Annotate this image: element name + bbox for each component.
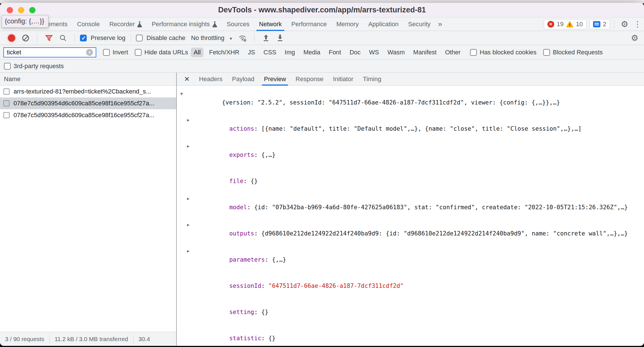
filter-type-wasm[interactable]: Wasm	[385, 48, 408, 57]
filter-type-ws[interactable]: WS	[366, 48, 382, 57]
request-row[interactable]: 078e7c5d903954d6c609ca85ce98f16ce955cf27…	[0, 109, 176, 121]
close-window-button[interactable]	[7, 7, 13, 13]
expander-icon[interactable]: ▶	[185, 247, 191, 255]
expander-icon[interactable]: ▶	[185, 116, 191, 124]
request-row-selected[interactable]: 078e7c5d903954d6c609ca85ce98f16ce955cf27…	[0, 97, 176, 109]
hide-data-urls-checkbox[interactable]	[135, 49, 142, 56]
tree-line-statistic[interactable]: statistic: {}	[177, 325, 644, 346]
filter-type-doc[interactable]: Doc	[347, 48, 363, 57]
tab-security[interactable]: Security	[403, 17, 435, 31]
request-name: 078e7c5d903954d6c609ca85ce98f16ce955cf27…	[14, 100, 154, 107]
zoom-window-button[interactable]	[29, 7, 35, 13]
request-name: 078e7c5d903954d6c609ca85ce98f16ce955cf27…	[14, 112, 154, 119]
tree-line-setting[interactable]: setting: {}	[177, 299, 644, 325]
name-column-header[interactable]: Name	[0, 73, 176, 86]
detail-tab-timing[interactable]: Timing	[358, 73, 386, 86]
tab-network[interactable]: Network	[254, 17, 287, 31]
disable-cache-label: Disable cache	[147, 34, 185, 42]
tree-line-parameters[interactable]: ▶parameters: {,…}	[177, 247, 644, 273]
clear-network-log-button[interactable]	[19, 35, 32, 41]
filter-text-input[interactable]: ticket	[3, 47, 96, 57]
close-detail-button[interactable]: ✕	[180, 75, 194, 83]
expander-icon[interactable]: ▶	[185, 142, 191, 151]
network-toolbar: Preserve log Disable cache No throttling	[0, 31, 644, 45]
divider	[614, 20, 614, 28]
window-title: DevTools - www.shapediver.com/app/m/arrs…	[218, 6, 426, 14]
issues-badge[interactable]: 2	[589, 19, 610, 29]
tab-application[interactable]: Application	[363, 17, 403, 31]
console-errors-warnings-badge[interactable]: 19 10	[544, 19, 587, 29]
detail-tab-response[interactable]: Response	[291, 73, 328, 86]
search-button[interactable]	[57, 34, 70, 42]
network-main-area: Name arrs-texturized-81?embed=ticket%2Cb…	[0, 73, 644, 346]
experimental-flask-icon	[137, 21, 142, 27]
tab-performance-insights[interactable]: Performance insights	[147, 17, 222, 31]
download-arrow-icon	[276, 34, 284, 42]
settings-gear-button[interactable]	[618, 19, 631, 30]
expander-icon[interactable]: ▶	[185, 221, 191, 229]
tab-console[interactable]: Console	[72, 17, 105, 31]
tab-memory[interactable]: Memory	[332, 17, 363, 31]
export-har-button[interactable]	[274, 34, 287, 42]
detail-tab-preview[interactable]: Preview	[259, 73, 291, 86]
blocked-requests-checkbox[interactable]	[543, 49, 550, 56]
preserve-log-checkbox[interactable]	[80, 35, 87, 41]
hide-data-urls-label: Hide data URLs	[144, 49, 188, 56]
network-filter-row: ticket Invert Hide data URLs All Fetch/X…	[0, 45, 644, 60]
warning-icon	[566, 21, 573, 27]
expander-icon[interactable]: ▼	[178, 90, 185, 98]
funnel-filter-icon	[45, 34, 53, 42]
filter-type-js[interactable]: JS	[245, 48, 258, 57]
tree-line-file[interactable]: file: {}	[177, 168, 644, 194]
network-conditions-button[interactable]	[236, 34, 249, 42]
network-settings-gear-button[interactable]	[628, 32, 641, 44]
filter-type-css[interactable]: CSS	[261, 48, 279, 57]
tree-line-outputs[interactable]: ▶outputs: {d968610e212de124922d214f240ba…	[177, 221, 644, 247]
third-party-requests-checkbox[interactable]	[4, 63, 11, 70]
tree-line-sessionid[interactable]: sessionId: "647511d7-66ae-4826-a187-7dcf…	[177, 273, 644, 299]
request-name: arrs-texturized-81?embed=ticket%2Cbacken…	[14, 88, 151, 95]
preview-json-tree: ▼{version: "2.5.2", sessionId: "647511d7…	[177, 86, 644, 346]
invert-checkbox[interactable]	[103, 49, 110, 56]
filter-type-all[interactable]: All	[191, 48, 203, 57]
filter-type-img[interactable]: Img	[282, 48, 298, 57]
load-time: 30.4	[133, 336, 155, 342]
search-icon	[59, 34, 67, 42]
import-har-button[interactable]	[260, 34, 272, 42]
filter-type-fetch-xhr[interactable]: Fetch/XHR	[206, 48, 242, 57]
detail-tab-payload[interactable]: Payload	[227, 73, 259, 86]
tab-recorder[interactable]: Recorder	[104, 17, 147, 31]
detail-tab-headers[interactable]: Headers	[194, 73, 227, 86]
request-list-panel: Name arrs-texturized-81?embed=ticket%2Cb…	[0, 73, 177, 346]
filter-type-manifest[interactable]: Manifest	[410, 48, 439, 57]
clear-filter-icon[interactable]	[86, 49, 93, 56]
traffic-lights	[7, 7, 35, 13]
filter-type-media[interactable]: Media	[301, 48, 323, 57]
request-row[interactable]: arrs-texturized-81?embed=ticket%2Cbacken…	[0, 86, 176, 97]
throttling-dropdown[interactable]: No throttling	[191, 34, 233, 42]
filter-button[interactable]	[43, 34, 55, 42]
tab-performance[interactable]: Performance	[287, 17, 332, 31]
tree-line-actions[interactable]: ▶actions: [{name: "default", title: "Def…	[177, 116, 644, 142]
record-network-log-button[interactable]	[5, 34, 18, 42]
tree-line-model[interactable]: ▶model: {id: "07b342ba-b969-4a6d-80fe-42…	[177, 194, 644, 221]
devtools-tabbar: Elements Console Recorder Performance in…	[0, 17, 644, 31]
throttling-value: No throttling	[191, 34, 225, 42]
upload-arrow-icon	[262, 34, 270, 42]
tree-line-exports[interactable]: ▶exports: {,…}	[177, 142, 644, 168]
tree-line-root[interactable]: ▼{version: "2.5.2", sessionId: "647511d7…	[177, 90, 644, 116]
customize-menu-button[interactable]	[631, 19, 644, 30]
has-blocked-cookies-label: Has blocked cookies	[480, 49, 536, 56]
has-blocked-cookies-checkbox[interactable]	[470, 49, 477, 56]
filter-type-font[interactable]: Font	[326, 48, 344, 57]
detail-tab-initiator[interactable]: Initiator	[328, 73, 358, 86]
expander-icon[interactable]: ▶	[185, 194, 191, 203]
wifi-gear-icon	[238, 34, 247, 42]
disable-cache-checkbox[interactable]	[136, 35, 143, 41]
tab-sources[interactable]: Sources	[222, 17, 254, 31]
filter-type-other[interactable]: Other	[442, 48, 463, 57]
more-tabs-button[interactable]: »	[435, 20, 445, 28]
minimize-window-button[interactable]	[18, 7, 24, 13]
warning-count: 10	[576, 21, 583, 28]
divider	[37, 34, 37, 42]
